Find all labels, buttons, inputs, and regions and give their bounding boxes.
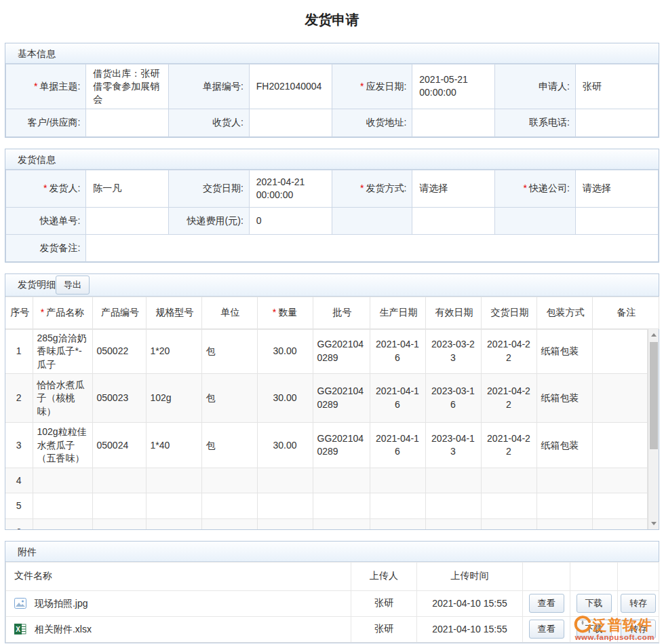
scroll-up-button[interactable] (648, 329, 659, 341)
section-shipping-info: 发货信息 *发货人: 陈一凡 交货日期: 2021-04-21 00:00:00… (5, 149, 659, 263)
col-header-index: 序号 (5, 297, 33, 328)
delivery-date-field[interactable]: 2021-04-21 00:00:00 (249, 170, 332, 207)
attachments-table: 文件名称 上传人 上传时间 现场拍照.jpg 张研 2021-04-10 15:… (5, 562, 659, 643)
required-asterisk: * (360, 81, 364, 92)
attachments-section-header: 附件 (5, 542, 659, 562)
file-name-link[interactable]: 相关附件.xlsx (35, 624, 92, 634)
col-header-production-date: 生产日期 (370, 297, 425, 328)
subject-label: *单据主题: (6, 64, 86, 109)
col-header-delivery-date: 交货日期 (481, 297, 536, 328)
col-header-packaging: 包装方式 (536, 297, 592, 328)
address-label: 收货地址: (332, 109, 412, 136)
shipping-info-row-1: *发货人: 陈一凡 交货日期: 2021-04-21 00:00:00 *发货方… (6, 170, 659, 207)
empty-value-cell (575, 207, 658, 234)
shipping-details-title: 发货明细 (18, 279, 56, 291)
receiver-field[interactable] (249, 109, 332, 136)
col-header-uploader: 上传人 (351, 562, 417, 590)
transfer-button[interactable]: 转存 (621, 594, 656, 613)
phone-field[interactable] (575, 109, 658, 136)
express-fee-field[interactable]: 0 (249, 207, 332, 234)
express-company-label: *快递公司: (495, 170, 575, 207)
shipping-request-page: 发货申请 基本信息 *单据主题: 借货出库：张研借零食参加展销会 单据编号: F… (0, 0, 664, 643)
product-name-cell: 285g洽洽奶香味瓜子*-瓜子 (33, 329, 92, 374)
triangle-down-icon (651, 522, 657, 525)
tracking-no-label: 快递单号: (6, 207, 86, 234)
delivery-date-label: 交货日期: (169, 170, 249, 207)
file-name-cell: 现场拍照.jpg (6, 590, 351, 616)
details-body-table: 1 285g洽洽奶香味瓜子*-瓜子 050022 1*20 包 30.00 GG… (5, 329, 648, 529)
detail-row: 5 (5, 493, 647, 519)
col-header-expiry-date: 有效日期 (425, 297, 481, 328)
page-title: 发货申请 (0, 0, 664, 43)
required-asterisk: * (523, 183, 526, 193)
scroll-down-button[interactable] (648, 518, 659, 529)
excel-file-icon: X (14, 623, 26, 635)
view-button[interactable]: 查看 (529, 620, 564, 639)
basic-info-row-2: 客户/供应商: 收货人: 收货地址: 联系电话: (6, 109, 659, 136)
attachment-row: 现场拍照.jpg 张研 2021-04-10 15:55 查看 下载 转存 (6, 590, 659, 616)
basic-info-section-header: 基本信息 (5, 43, 659, 64)
col-header-unit: 单位 (201, 297, 257, 328)
basic-info-row-1: *单据主题: 借货出库：张研借零食参加展销会 单据编号: FH202104000… (6, 64, 659, 109)
empty-label-cell (332, 207, 412, 234)
triangle-up-icon (651, 333, 657, 337)
file-name-link[interactable]: 现场拍照.jpg (35, 598, 88, 609)
applicant-label: 申请人: (495, 64, 575, 109)
details-header-row: 序号 *产品名称 产品编号 规格型号 单位 *数量 批号 生产日期 有效日期 交… (5, 297, 659, 328)
detail-row: 4 (5, 468, 647, 493)
applicant-field[interactable]: 张研 (575, 64, 658, 109)
product-name-cell: 102g粒粒佳水煮瓜子（五香味） (33, 423, 92, 468)
details-vertical-scrollbar[interactable] (648, 329, 659, 529)
section-attachments: 附件 文件名称 上传人 上传时间 现场拍照.jpg 张研 2021-04-10 … (5, 541, 659, 643)
required-asterisk: * (43, 183, 47, 193)
col-header-product-name: *产品名称 (33, 297, 92, 328)
detail-row: 1 285g洽洽奶香味瓜子*-瓜子 050022 1*20 包 30.00 GG… (5, 329, 647, 374)
shipping-details-section-header: 发货明细 导出 (5, 274, 659, 297)
upload-time-cell: 2021-04-10 15:55 (417, 616, 523, 642)
required-asterisk: * (360, 183, 364, 193)
product-name-cell: 恰恰水煮瓜子（核桃味） (33, 374, 92, 423)
remark-field[interactable] (86, 234, 659, 261)
download-button[interactable]: 下载 (577, 620, 612, 639)
col-header-quantity: *数量 (257, 297, 313, 328)
required-asterisk: * (34, 81, 37, 92)
shipping-info-row-3: 发货备注: (6, 234, 659, 261)
tracking-no-field[interactable] (86, 207, 169, 234)
due-date-field[interactable]: 2021-05-21 00:00:00 (412, 64, 495, 109)
uploader-cell: 张研 (351, 616, 417, 642)
col-header-action-3 (618, 562, 659, 590)
details-header-table: 序号 *产品名称 产品编号 规格型号 单位 *数量 批号 生产日期 有效日期 交… (5, 297, 659, 329)
shipper-field[interactable]: 陈一凡 (86, 170, 169, 207)
col-header-action-2 (570, 562, 618, 590)
col-header-batch-no: 批号 (313, 297, 370, 328)
shipping-info-section-header: 发货信息 (5, 149, 659, 170)
express-company-select[interactable]: 请选择 (575, 170, 658, 207)
customer-label: 客户/供应商: (6, 109, 86, 136)
transfer-button[interactable]: 转存 (621, 620, 656, 639)
customer-field[interactable] (86, 109, 169, 136)
col-header-upload-time: 上传时间 (417, 562, 523, 590)
download-button[interactable]: 下载 (577, 594, 612, 613)
subject-field[interactable]: 借货出库：张研借零食参加展销会 (86, 64, 169, 109)
receiver-label: 收货人: (169, 109, 249, 136)
uploader-cell: 张研 (351, 590, 417, 616)
col-header-remark: 备注 (592, 297, 659, 328)
shipper-label: *发货人: (6, 170, 86, 207)
upload-time-cell: 2021-04-10 15:55 (417, 590, 523, 616)
col-header-file-name: 文件名称 (6, 562, 351, 590)
image-file-icon (14, 597, 26, 609)
basic-info-table: *单据主题: 借货出库：张研借零食参加展销会 单据编号: FH202104000… (5, 64, 659, 137)
ship-method-label: *发货方式: (332, 170, 412, 207)
view-button[interactable]: 查看 (529, 594, 564, 613)
scrollbar-thumb[interactable] (650, 342, 658, 449)
due-date-label: *应发日期: (332, 64, 412, 109)
svg-text:X: X (16, 626, 20, 633)
attachment-row: X 相关附件.xlsx 张研 2021-04-10 15:55 查看 下载 转存 (6, 616, 659, 642)
export-button[interactable]: 导出 (56, 276, 90, 295)
attachments-header-row: 文件名称 上传人 上传时间 (6, 562, 659, 590)
doc-no-field[interactable]: FH2021040004 (249, 64, 332, 109)
remark-label: 发货备注: (6, 234, 86, 261)
ship-method-select[interactable]: 请选择 (412, 170, 495, 207)
address-field[interactable] (412, 109, 495, 136)
shipping-info-table: *发货人: 陈一凡 交货日期: 2021-04-21 00:00:00 *发货方… (5, 170, 659, 262)
